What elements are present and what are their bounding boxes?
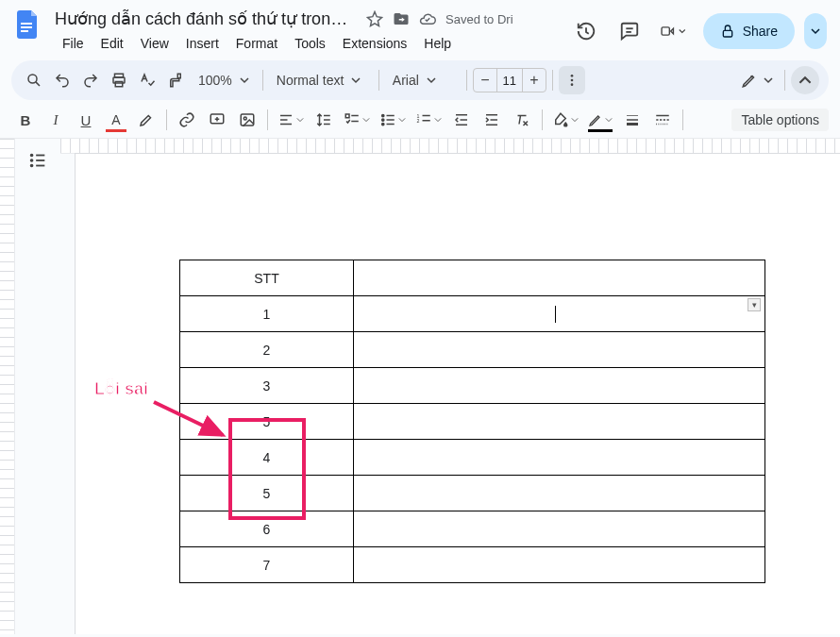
main-toolbar: 100% Normal text Arial − 11 + xyxy=(11,60,829,100)
menu-edit[interactable]: Edit xyxy=(93,32,131,55)
separator xyxy=(682,109,683,130)
increase-indent-icon[interactable] xyxy=(478,106,506,134)
bold-icon[interactable]: B xyxy=(11,106,40,134)
table-cell[interactable] xyxy=(354,511,765,547)
document-area: STT 1▾ 2 3 5 4 5 6 7 Lỗi sai xyxy=(60,139,840,634)
row-control-icon[interactable]: ▾ xyxy=(748,298,761,311)
meet-icon[interactable] xyxy=(660,18,686,44)
menu-help[interactable]: Help xyxy=(416,32,459,55)
text-color-icon[interactable]: A xyxy=(102,106,130,134)
svg-text:2: 2 xyxy=(417,118,420,124)
svg-rect-5 xyxy=(662,27,669,35)
decrease-indent-icon[interactable] xyxy=(447,106,476,134)
highlight-color-icon[interactable] xyxy=(132,106,160,134)
align-icon[interactable] xyxy=(274,106,308,134)
menu-file[interactable]: File xyxy=(55,32,92,55)
table-cell-stt[interactable]: 2 xyxy=(180,332,354,368)
table-row: STT xyxy=(180,260,765,296)
font-size-increase[interactable]: + xyxy=(523,72,546,89)
insert-link-icon[interactable] xyxy=(173,106,201,134)
separator xyxy=(542,109,543,130)
search-menus-icon[interactable] xyxy=(21,66,47,94)
table-cell[interactable] xyxy=(354,547,765,583)
menu-insert[interactable]: Insert xyxy=(178,32,227,55)
font-dropdown[interactable]: Arial xyxy=(385,66,461,94)
outline-toggle-icon[interactable] xyxy=(24,146,52,175)
svg-point-17 xyxy=(244,117,246,120)
menu-view[interactable]: View xyxy=(133,32,176,55)
numbered-list-icon[interactable]: 12 xyxy=(412,106,445,134)
table-cell[interactable] xyxy=(354,368,765,404)
menu-extensions[interactable]: Extensions xyxy=(335,32,414,55)
separator xyxy=(166,109,167,130)
move-icon[interactable] xyxy=(393,10,410,27)
line-spacing-icon[interactable] xyxy=(310,106,338,134)
table-row: 6 xyxy=(180,511,765,547)
history-icon[interactable] xyxy=(573,18,599,44)
editing-mode-dropdown[interactable] xyxy=(735,72,779,89)
svg-rect-0 xyxy=(21,23,32,25)
svg-line-55 xyxy=(154,402,223,435)
separator xyxy=(267,109,268,130)
table-cell[interactable] xyxy=(354,260,765,296)
table-cell[interactable] xyxy=(354,332,765,368)
spellcheck-icon[interactable] xyxy=(134,66,160,94)
document-title[interactable]: Hướng dẫn cách đánh số thứ tự trong b... xyxy=(55,8,357,29)
svg-rect-1 xyxy=(21,26,32,28)
underline-icon[interactable]: U xyxy=(72,106,100,134)
font-size-input[interactable]: 11 xyxy=(496,69,523,92)
insert-image-icon[interactable] xyxy=(233,106,261,134)
star-icon[interactable] xyxy=(366,10,383,27)
border-color-icon[interactable] xyxy=(584,106,616,134)
border-style-icon[interactable] xyxy=(648,106,677,134)
paint-format-icon[interactable] xyxy=(162,66,189,94)
fill-color-icon[interactable] xyxy=(548,106,582,134)
clear-formatting-icon[interactable] xyxy=(508,106,536,134)
border-width-icon[interactable] xyxy=(618,106,647,134)
svg-rect-16 xyxy=(241,114,254,126)
table-row: 1▾ xyxy=(180,296,765,332)
redo-icon[interactable] xyxy=(77,66,104,94)
share-button[interactable]: Share xyxy=(703,13,795,49)
table-cell-stt[interactable]: 5 xyxy=(180,476,354,511)
collapse-toolbar-icon[interactable] xyxy=(791,66,819,94)
add-comment-icon[interactable] xyxy=(203,106,231,134)
document-table[interactable]: STT 1▾ 2 3 5 4 5 6 7 xyxy=(179,260,765,583)
cloud-saved-icon[interactable] xyxy=(419,10,436,27)
format-toolbar: B I U A 12 Table options xyxy=(0,100,840,139)
print-icon[interactable] xyxy=(106,66,132,94)
svg-point-28 xyxy=(382,119,384,121)
italic-icon[interactable]: I xyxy=(42,106,70,134)
table-header-stt[interactable]: STT xyxy=(180,260,354,296)
separator xyxy=(552,70,553,91)
share-label: Share xyxy=(743,24,778,39)
svg-point-27 xyxy=(382,114,384,116)
bulleted-list-icon[interactable] xyxy=(376,106,410,134)
docs-logo[interactable] xyxy=(11,8,45,42)
more-toolbar-icon[interactable] xyxy=(559,66,585,94)
separator xyxy=(466,70,467,91)
table-cell[interactable] xyxy=(354,404,765,440)
table-cell-stt[interactable]: 1 xyxy=(180,296,354,332)
table-options-button[interactable]: Table options xyxy=(731,109,829,131)
separator xyxy=(378,70,379,91)
table-cell-stt[interactable]: 7 xyxy=(180,547,354,583)
share-dropdown[interactable] xyxy=(804,13,827,49)
menu-tools[interactable]: Tools xyxy=(287,32,333,55)
comments-icon[interactable] xyxy=(616,18,643,44)
zoom-dropdown[interactable]: 100% xyxy=(191,66,257,94)
page[interactable]: STT 1▾ 2 3 5 4 5 6 7 Lỗi sai xyxy=(76,154,840,634)
undo-icon[interactable] xyxy=(49,66,76,94)
menu-format[interactable]: Format xyxy=(228,32,285,55)
table-cell[interactable] xyxy=(354,440,765,476)
table-row: 5 xyxy=(180,404,765,440)
font-size-decrease[interactable]: − xyxy=(474,72,496,89)
table-cell-stt[interactable]: 6 xyxy=(180,511,354,547)
table-cell[interactable]: ▾ xyxy=(354,296,765,332)
table-cell[interactable] xyxy=(354,476,765,511)
separator xyxy=(262,70,263,91)
checklist-icon[interactable] xyxy=(340,106,374,134)
paragraph-style-dropdown[interactable]: Normal text xyxy=(269,66,373,94)
svg-point-13 xyxy=(570,79,573,82)
table-cell-stt[interactable]: 4 xyxy=(180,440,354,476)
